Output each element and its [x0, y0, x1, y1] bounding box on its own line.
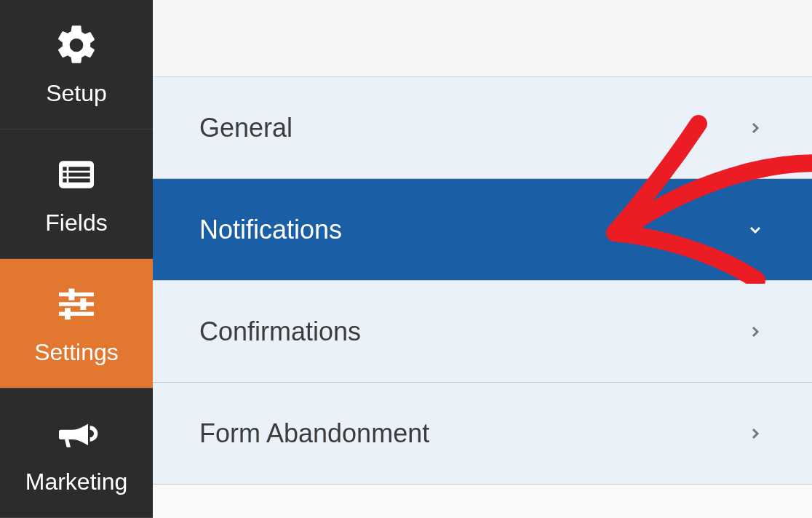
sidebar-item-marketing[interactable]: Marketing: [0, 388, 153, 518]
panel-item-label: Form Abandonment: [199, 418, 429, 449]
gear-icon: [53, 22, 100, 68]
panel-item-notifications[interactable]: Notifications: [153, 179, 812, 281]
list-icon: [53, 151, 100, 198]
chevron-down-icon: [745, 220, 765, 240]
svg-rect-12: [65, 308, 71, 319]
panel-item-form-abandonment[interactable]: Form Abandonment: [153, 383, 812, 485]
sidebar-nav: Setup Fields Settings Marketing: [0, 0, 153, 518]
panel-item-label: Notifications: [199, 215, 342, 245]
panel-item-general[interactable]: General: [153, 77, 812, 179]
svg-rect-8: [68, 289, 74, 300]
main-content: General Notifications Confirmations Form…: [153, 0, 812, 518]
sidebar-item-settings[interactable]: Settings: [0, 259, 153, 388]
svg-rect-7: [59, 292, 94, 296]
chevron-right-icon: [745, 322, 765, 342]
sliders-icon: [53, 281, 100, 327]
panel-item-confirmations[interactable]: Confirmations: [153, 281, 812, 383]
settings-panel-list: General Notifications Confirmations Form…: [153, 77, 812, 518]
svg-rect-10: [80, 298, 86, 310]
svg-rect-6: [68, 178, 89, 182]
app-root: Setup Fields Settings Marketing General: [0, 0, 812, 518]
sidebar-item-label: Setup: [46, 80, 107, 107]
svg-rect-5: [63, 178, 66, 182]
svg-rect-9: [59, 302, 94, 306]
svg-rect-4: [68, 172, 89, 176]
panel-item-label: General: [199, 113, 292, 143]
sidebar-item-label: Marketing: [25, 469, 128, 495]
sidebar-item-fields[interactable]: Fields: [0, 130, 153, 259]
sidebar-item-label: Settings: [34, 339, 119, 366]
svg-rect-11: [59, 312, 94, 316]
chevron-right-icon: [745, 118, 765, 138]
svg-rect-3: [63, 172, 66, 176]
bullhorn-icon: [53, 410, 100, 457]
svg-rect-1: [63, 167, 66, 170]
panel-item-label: Confirmations: [199, 316, 361, 347]
chevron-right-icon: [745, 423, 765, 444]
top-header-spacer: [153, 0, 812, 77]
svg-rect-2: [68, 167, 89, 170]
sidebar-item-label: Fields: [45, 210, 107, 236]
sidebar-item-setup[interactable]: Setup: [0, 0, 153, 130]
